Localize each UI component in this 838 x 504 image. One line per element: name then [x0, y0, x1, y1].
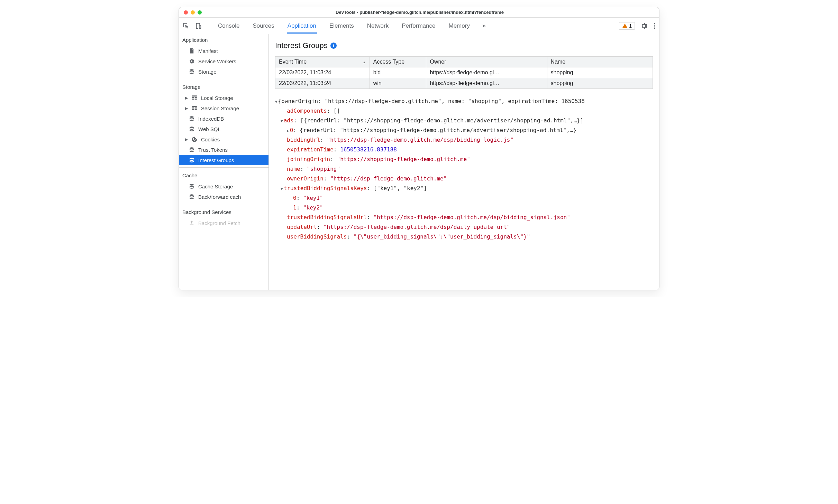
json-line[interactable]: updateUrl: "https://dsp-fledge-demo.glit… [275, 222, 653, 232]
sidebar-item-label: IndexedDB [198, 116, 224, 122]
json-line[interactable]: 1: "key2" [275, 203, 653, 213]
gear-icon [189, 58, 195, 64]
json-line[interactable]: ▼ads: [{renderUrl: "https://shopping-fle… [275, 116, 653, 125]
column-header-owner[interactable]: Owner [426, 57, 547, 67]
json-line[interactable]: ownerOrigin: "https://dsp-fledge-demo.gl… [275, 174, 653, 184]
table-row[interactable]: 22/03/2022, 11:03:24 bid https://dsp-fle… [275, 67, 653, 78]
maximize-window-button[interactable] [198, 10, 202, 15]
sidebar-item-session-storage[interactable]: ▶ Session Storage [179, 103, 268, 113]
sidebar-section-cache: Cache [179, 170, 268, 181]
tab-application[interactable]: Application [287, 18, 317, 34]
cell-name: shopping [547, 78, 653, 89]
device-toolbar-icon[interactable] [195, 22, 202, 30]
settings-icon[interactable] [640, 22, 648, 30]
database-icon [189, 194, 195, 200]
sidebar-item-cache-storage[interactable]: Cache Storage [179, 181, 268, 192]
info-icon[interactable]: i [330, 43, 337, 49]
sidebar-item-app-storage[interactable]: Storage [179, 66, 268, 77]
sidebar-item-service-workers[interactable]: Service Workers [179, 56, 268, 66]
svg-point-1 [654, 25, 655, 27]
cell-access-type: bid [370, 67, 426, 78]
cell-event-time: 22/03/2022, 11:03:24 [275, 78, 370, 89]
cookie-icon [191, 136, 198, 142]
sidebar-item-indexeddb[interactable]: IndexedDB [179, 113, 268, 124]
sidebar-item-trust-tokens[interactable]: Trust Tokens [179, 144, 268, 155]
json-line[interactable]: ▼trustedBiddingSignalsKeys: ["key1", "ke… [275, 184, 653, 193]
svg-point-2 [654, 27, 655, 29]
panel-tabs: Console Sources Application Elements Net… [217, 18, 619, 34]
json-line[interactable]: adComponents: [] [275, 106, 653, 116]
warnings-count: 1 [629, 23, 632, 29]
sidebar-item-manifest[interactable]: Manifest [179, 46, 268, 56]
interest-group-detail: ▼{ownerOrigin: "https://dsp-fledge-demo.… [275, 96, 653, 242]
json-line[interactable]: ▼{ownerOrigin: "https://dsp-fledge-demo.… [275, 96, 653, 106]
json-line[interactable]: ▶0: {renderUrl: "https://shopping-fledge… [275, 125, 653, 135]
tab-console[interactable]: Console [217, 18, 240, 34]
sidebar-item-back-forward-cache[interactable]: Back/forward cach [179, 192, 268, 202]
inspect-element-icon[interactable] [182, 22, 190, 30]
sidebar-item-label: Web SQL [198, 126, 221, 132]
panel-title-text: Interest Groups [275, 41, 328, 50]
json-line[interactable]: expirationTime: 1650538216.837188 [275, 145, 653, 155]
cell-owner: https://dsp-fledge-demo.gl… [426, 78, 547, 89]
json-line[interactable]: joiningOrigin: "https://shopping-fledge-… [275, 155, 653, 164]
tabs-overflow-button[interactable]: » [482, 22, 486, 29]
toolbar: Console Sources Application Elements Net… [179, 18, 659, 34]
upload-icon [189, 220, 195, 226]
collapse-triangle-icon[interactable]: ▼ [281, 187, 284, 191]
sidebar-item-label: Session Storage [201, 105, 239, 111]
tab-elements[interactable]: Elements [329, 18, 355, 34]
expand-triangle-icon[interactable]: ▶ [185, 96, 188, 100]
database-icon [189, 115, 195, 122]
devtools-window: DevTools - publisher-fledge-demo.glitch.… [179, 7, 659, 290]
table-row[interactable]: 22/03/2022, 11:03:24 win https://dsp-fle… [275, 78, 653, 89]
application-sidebar: Application Manifest Service Workers Sto… [179, 34, 269, 290]
sidebar-item-background-fetch[interactable]: Background Fetch [179, 218, 268, 228]
tab-sources[interactable]: Sources [252, 18, 275, 34]
tab-network[interactable]: Network [366, 18, 389, 34]
collapse-triangle-icon[interactable]: ▼ [275, 100, 278, 104]
close-window-button[interactable] [184, 10, 188, 15]
database-icon [189, 68, 195, 75]
titlebar: DevTools - publisher-fledge-demo.glitch.… [179, 7, 659, 18]
database-icon [189, 126, 195, 132]
svg-point-0 [654, 23, 655, 24]
minimize-window-button[interactable] [191, 10, 195, 15]
json-line[interactable]: userBiddingSignals: "{\"user_bidding_sig… [275, 232, 653, 242]
column-header-access-type[interactable]: Access Type [370, 57, 426, 67]
sidebar-section-background-services: Background Services [179, 206, 268, 218]
expand-triangle-icon[interactable]: ▶ [287, 129, 290, 133]
sidebar-item-label: Background Fetch [198, 220, 240, 226]
more-options-icon[interactable] [654, 22, 656, 30]
collapse-triangle-icon[interactable]: ▼ [281, 119, 284, 123]
column-header-event-time[interactable]: Event Time▲ [275, 57, 370, 67]
table-icon [191, 95, 198, 101]
sort-asc-icon: ▲ [363, 60, 366, 64]
sidebar-section-application: Application [179, 34, 268, 46]
tab-memory[interactable]: Memory [448, 18, 470, 34]
sidebar-item-label: Back/forward cach [198, 194, 241, 200]
sidebar-item-label: Cookies [201, 137, 220, 142]
json-line[interactable]: biddingUrl: "https://dsp-fledge-demo.gli… [275, 135, 653, 145]
json-line[interactable]: trustedBiddingSignalsUrl: "https://dsp-f… [275, 213, 653, 222]
sidebar-item-cookies[interactable]: ▶ Cookies [179, 134, 268, 144]
sidebar-item-label: Cache Storage [198, 184, 233, 189]
json-line[interactable]: name: "shopping" [275, 164, 653, 174]
tab-performance[interactable]: Performance [401, 18, 436, 34]
sidebar-item-websql[interactable]: Web SQL [179, 124, 268, 134]
sidebar-item-local-storage[interactable]: ▶ Local Storage [179, 93, 268, 103]
expand-triangle-icon[interactable]: ▶ [185, 137, 188, 142]
main-panel: Interest Groups i Event Time▲ Access Typ… [269, 34, 659, 290]
database-icon [189, 183, 195, 189]
sidebar-item-label: Interest Groups [198, 157, 234, 163]
sidebar-item-interest-groups[interactable]: Interest Groups [179, 155, 268, 165]
expand-triangle-icon[interactable]: ▶ [185, 106, 188, 111]
window-controls [184, 10, 202, 15]
table-icon [191, 105, 198, 111]
column-header-name[interactable]: Name [547, 57, 653, 67]
database-icon [189, 157, 195, 163]
cell-name: shopping [547, 67, 653, 78]
cell-owner: https://dsp-fledge-demo.gl… [426, 67, 547, 78]
warnings-badge[interactable]: 1 [619, 22, 635, 30]
json-line[interactable]: 0: "key1" [275, 193, 653, 203]
